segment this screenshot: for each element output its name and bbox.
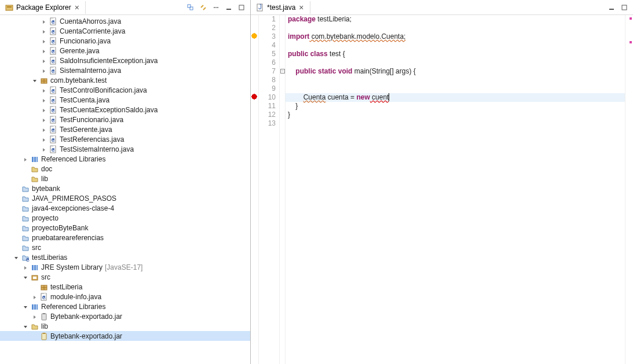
expand-toggle-icon[interactable] — [30, 312, 39, 321]
tree-item[interactable]: JRE System Library[JavaSE-17] — [0, 262, 250, 272]
expand-toggle-icon[interactable] — [12, 214, 21, 223]
expand-toggle-icon[interactable] — [12, 223, 21, 233]
expand-toggle-icon[interactable] — [30, 282, 39, 292]
tree-item[interactable]: src — [0, 272, 250, 282]
tree-item[interactable]: pruebatareareferencias — [0, 233, 250, 242]
expand-toggle-icon[interactable] — [21, 155, 30, 164]
expand-toggle-icon[interactable] — [39, 125, 49, 134]
tree-item[interactable]: testLiberia — [0, 282, 250, 292]
collapse-all-icon[interactable] — [185, 2, 196, 13]
tree-item[interactable]: JTestCuenta.java — [0, 95, 250, 105]
tree-item[interactable]: lib — [0, 174, 250, 183]
fold-toggle-icon[interactable]: − — [280, 69, 285, 73]
warning-marker-icon[interactable] — [251, 32, 259, 41]
maximize-icon[interactable] — [236, 2, 247, 13]
expand-toggle-icon[interactable] — [12, 194, 21, 203]
line-number: 7 — [259, 67, 276, 76]
tree-item[interactable]: JSistemaInterno.java — [0, 65, 250, 75]
tree-item[interactable]: proyecto — [0, 213, 250, 223]
tree-item[interactable]: java4-excepciones-clase-4 — [0, 203, 250, 213]
tree-item-label: Bytebank-exportado.jar — [50, 332, 122, 340]
tree-item-label: TestFuncionario.java — [60, 116, 123, 124]
svg-rect-0 — [6, 5, 13, 10]
expand-toggle-icon[interactable] — [30, 292, 39, 302]
svg-rect-60 — [33, 277, 36, 279]
tree-item[interactable]: JGerente.java — [0, 46, 250, 56]
tree-item[interactable]: JTestSistemaInterno.java — [0, 144, 250, 154]
tree-item[interactable]: JSaldoInsuficienteException.java — [0, 56, 250, 65]
expand-toggle-icon[interactable] — [39, 36, 49, 46]
expand-toggle-icon[interactable] — [12, 184, 21, 193]
tree-item[interactable]: bytebank — [0, 183, 250, 193]
tree-item[interactable]: JAVA_PRIMEROS_PASOS — [0, 193, 250, 203]
tree-item[interactable]: Jmodule-info.java — [0, 292, 250, 302]
close-icon[interactable]: × — [298, 3, 305, 12]
expand-toggle-icon[interactable] — [12, 204, 21, 213]
tree-item[interactable]: JCuentaAhorros.java — [0, 16, 250, 26]
package-explorer-tree[interactable]: JCuentaAhorros.javaJCuentaCorriente.java… — [0, 15, 250, 364]
tree-item[interactable]: com.bytebank.test — [0, 75, 250, 85]
expand-toggle-icon[interactable] — [21, 302, 30, 311]
tree-item[interactable]: Referenced Libraries — [0, 302, 250, 311]
tree-item[interactable]: JTestControlBonificacion.java — [0, 85, 250, 95]
expand-toggle-icon[interactable] — [39, 115, 49, 124]
line-number: 2 — [259, 24, 276, 32]
expand-toggle-icon[interactable] — [21, 164, 30, 174]
svg-rect-67 — [32, 304, 34, 310]
expand-toggle-icon[interactable] — [39, 56, 49, 65]
expand-toggle-icon[interactable] — [39, 105, 49, 115]
close-icon[interactable]: × — [74, 3, 81, 12]
svg-rect-56 — [32, 265, 34, 270]
code-area[interactable]: package testLiberia; import com.bytebank… — [286, 15, 625, 364]
expand-toggle-icon[interactable] — [30, 332, 39, 341]
java-icon: J — [49, 115, 58, 124]
tree-item-label: TestGerente.java — [60, 126, 112, 134]
tree-item[interactable]: src — [0, 242, 250, 252]
overview-ruler[interactable] — [625, 15, 633, 364]
expand-toggle-icon[interactable] — [30, 76, 39, 85]
expand-toggle-icon[interactable] — [39, 66, 49, 75]
expand-toggle-icon[interactable] — [39, 17, 49, 26]
error-marker-icon[interactable] — [251, 93, 259, 101]
expand-toggle-icon[interactable] — [39, 135, 49, 144]
expand-toggle-icon[interactable] — [39, 86, 49, 95]
tree-item[interactable]: JtestLiberias — [0, 252, 250, 262]
minimize-icon[interactable] — [606, 2, 617, 13]
tree-item[interactable]: JFuncionario.java — [0, 36, 250, 46]
tree-item[interactable]: JCuentaCorriente.java — [0, 26, 250, 36]
svg-rect-8 — [239, 5, 244, 10]
proj-icon — [21, 233, 30, 242]
tree-item[interactable]: Bytebank-exportado.jar — [0, 331, 250, 341]
expand-toggle-icon[interactable] — [21, 273, 30, 282]
expand-toggle-icon[interactable] — [21, 322, 30, 331]
tree-item[interactable]: JTestGerente.java — [0, 124, 250, 134]
svg-rect-71 — [43, 313, 45, 314]
editor-area[interactable]: 12345678910111213 − package testLiberia;… — [251, 15, 633, 364]
minimize-icon[interactable] — [224, 2, 234, 13]
expand-toggle-icon[interactable] — [39, 145, 49, 154]
svg-text:J: J — [52, 126, 56, 133]
editor-tab[interactable]: J *test.java × — [251, 1, 310, 14]
expand-toggle-icon[interactable] — [12, 253, 21, 262]
tree-item[interactable]: doc — [0, 164, 250, 174]
tree-item[interactable]: JTestCuentaExceptionSaldo.java — [0, 105, 250, 115]
tree-item[interactable]: proyectoByteBank — [0, 223, 250, 233]
view-menu-icon[interactable] — [211, 2, 221, 13]
expand-toggle-icon[interactable] — [39, 27, 49, 36]
fold-column: − — [280, 15, 286, 364]
tree-item[interactable]: Referenced Libraries — [0, 154, 250, 164]
tree-item[interactable]: JTestFuncionario.java — [0, 115, 250, 124]
tree-item[interactable]: JTestReferencias.java — [0, 134, 250, 144]
expand-toggle-icon[interactable] — [39, 46, 49, 56]
expand-toggle-icon[interactable] — [21, 174, 30, 183]
proj-icon — [21, 243, 30, 252]
tree-item[interactable]: lib — [0, 321, 250, 331]
package-explorer-tab[interactable]: Package Explorer × — [0, 1, 86, 14]
maximize-icon[interactable] — [619, 2, 630, 13]
expand-toggle-icon[interactable] — [39, 95, 49, 105]
expand-toggle-icon[interactable] — [12, 243, 21, 252]
expand-toggle-icon[interactable] — [12, 233, 21, 242]
tree-item[interactable]: Bytebank-exportado.jar — [0, 311, 250, 321]
expand-toggle-icon[interactable] — [21, 263, 30, 272]
link-editor-icon[interactable] — [198, 2, 208, 13]
